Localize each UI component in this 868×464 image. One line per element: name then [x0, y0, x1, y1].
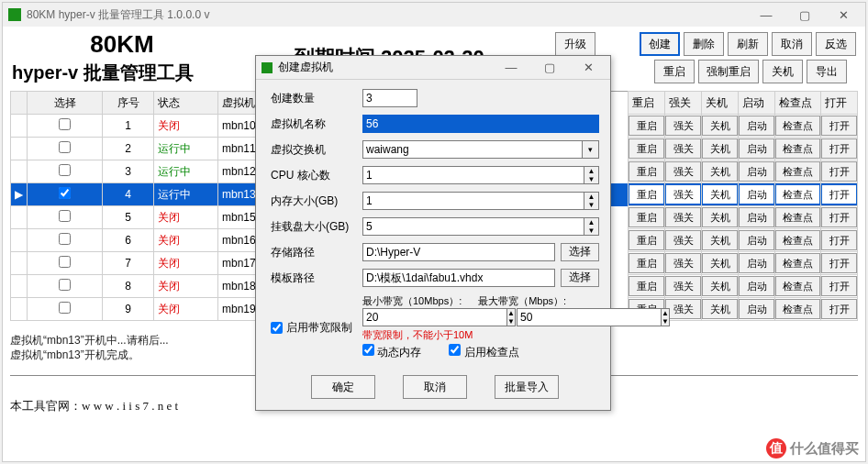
row-shutdown-button[interactable]: 关机 [702, 230, 738, 250]
disk-spinner[interactable]: ▲▼ [584, 217, 599, 236]
row-start-button[interactable]: 启动 [739, 230, 774, 250]
minimize-button[interactable]: — [750, 5, 783, 25]
row-open-button[interactable]: 打开 [821, 299, 857, 319]
dynmem-row[interactable]: 动态内存 [362, 344, 421, 360]
row-select-checkbox[interactable] [59, 187, 71, 199]
row-start-button[interactable]: 启动 [739, 299, 774, 319]
row-force-button[interactable]: 强关 [665, 230, 701, 250]
row-force-button[interactable]: 强关 [665, 207, 701, 227]
bw-min-spinner[interactable]: ▲▼ [507, 308, 516, 326]
row-checkpoint-button[interactable]: 检查点 [775, 253, 820, 273]
row-force-button[interactable]: 强关 [665, 138, 701, 159]
row-shutdown-button[interactable]: 关机 [702, 207, 738, 227]
cpu-spinner[interactable]: ▲▼ [584, 166, 599, 184]
bw-max-input[interactable] [517, 308, 662, 326]
row-restart-button[interactable]: 重启 [629, 230, 664, 250]
close-button[interactable]: ✕ [827, 5, 860, 25]
row-restart-button[interactable]: 重启 [629, 276, 664, 296]
row-select-checkbox[interactable] [59, 210, 71, 222]
dialog-ok-button[interactable]: 确定 [311, 375, 375, 399]
row-open-button[interactable]: 打开 [821, 184, 857, 204]
dialog-import-button[interactable]: 批量导入 [495, 375, 559, 399]
row-open-button[interactable]: 打开 [821, 207, 857, 227]
bw-min-input[interactable] [362, 308, 507, 326]
row-select-checkbox[interactable] [59, 302, 71, 314]
upgrade-button[interactable]: 升级 [555, 32, 595, 56]
cancel-button[interactable]: 取消 [772, 32, 812, 56]
count-input[interactable] [362, 89, 417, 107]
row-restart-button[interactable]: 重启 [629, 161, 664, 182]
row-shutdown-button[interactable]: 关机 [702, 276, 738, 296]
row-shutdown-button[interactable]: 关机 [702, 161, 738, 182]
row-force-button[interactable]: 强关 [665, 184, 701, 204]
row-select-checkbox[interactable] [59, 118, 71, 130]
chevron-down-icon[interactable]: ▾ [583, 140, 599, 159]
row-restart-button[interactable]: 重启 [629, 253, 664, 273]
store-browse-button[interactable]: 选择 [561, 243, 599, 261]
row-force-button[interactable]: 强关 [665, 161, 701, 182]
row-restart-button[interactable]: 重启 [629, 138, 664, 159]
template-path-input[interactable] [362, 269, 555, 287]
row-restart-button[interactable]: 重启 [629, 116, 664, 136]
row-select-checkbox[interactable] [59, 141, 71, 153]
row-restart-button[interactable]: 重启 [629, 184, 664, 204]
row-checkpoint-button[interactable]: 检查点 [775, 299, 820, 319]
dialog-maximize[interactable]: ▢ [533, 58, 566, 78]
row-open-button[interactable]: 打开 [821, 230, 857, 250]
row-select-checkbox[interactable] [59, 279, 71, 291]
row-shutdown-button[interactable]: 关机 [702, 138, 738, 159]
row-checkpoint-button[interactable]: 检查点 [775, 230, 820, 250]
row-shutdown-button[interactable]: 关机 [702, 253, 738, 273]
row-shutdown-button[interactable]: 关机 [702, 299, 738, 319]
col-index[interactable]: 序号 [103, 92, 154, 115]
row-checkpoint-button[interactable]: 检查点 [775, 161, 820, 182]
store-path-input[interactable] [362, 243, 555, 261]
row-force-button[interactable]: 强关 [665, 276, 701, 296]
refresh-button[interactable]: 刷新 [728, 32, 768, 56]
maximize-button[interactable]: ▢ [788, 5, 821, 25]
row-start-button[interactable]: 启动 [739, 253, 774, 273]
row-select-checkbox[interactable] [59, 233, 71, 245]
row-select-checkbox[interactable] [59, 256, 71, 268]
row-checkpoint-button[interactable]: 检查点 [775, 116, 820, 136]
create-button[interactable]: 创建 [640, 32, 680, 56]
force-restart-button[interactable]: 强制重启 [698, 60, 759, 83]
mem-spinner[interactable]: ▲▼ [584, 192, 599, 210]
row-open-button[interactable]: 打开 [821, 161, 857, 182]
row-select-checkbox[interactable] [59, 164, 71, 176]
row-open-button[interactable]: 打开 [821, 253, 857, 273]
row-start-button[interactable]: 启动 [739, 207, 774, 227]
export-button[interactable]: 导出 [807, 60, 847, 83]
row-force-button[interactable]: 强关 [665, 116, 701, 136]
row-checkpoint-button[interactable]: 检查点 [775, 184, 820, 204]
invert-select-button[interactable]: 反选 [816, 32, 856, 56]
col-state[interactable]: 状态 [154, 92, 218, 115]
delete-button[interactable]: 删除 [684, 32, 724, 56]
bw-enable-row[interactable]: 启用带宽限制 [271, 320, 355, 336]
disk-input[interactable] [362, 217, 584, 236]
mem-input[interactable] [362, 192, 584, 210]
dialog-cancel-button[interactable]: 取消 [403, 375, 467, 399]
row-restart-button[interactable]: 重启 [629, 207, 664, 227]
bw-enable-checkbox[interactable] [271, 322, 283, 334]
restart-button[interactable]: 重启 [654, 60, 695, 83]
row-force-button[interactable]: 强关 [665, 253, 701, 273]
row-force-button[interactable]: 强关 [665, 299, 701, 319]
row-checkpoint-button[interactable]: 检查点 [775, 138, 820, 159]
checkpoint-checkbox[interactable] [449, 344, 461, 356]
row-start-button[interactable]: 启动 [739, 138, 774, 159]
row-open-button[interactable]: 打开 [821, 138, 857, 159]
col-select[interactable]: 选择 [28, 92, 103, 115]
row-start-button[interactable]: 启动 [739, 276, 774, 296]
dynmem-checkbox[interactable] [362, 344, 374, 356]
checkpoint-row[interactable]: 启用检查点 [449, 344, 518, 360]
row-shutdown-button[interactable]: 关机 [702, 184, 738, 204]
shutdown-button[interactable]: 关机 [762, 60, 803, 83]
row-open-button[interactable]: 打开 [821, 276, 857, 296]
bw-max-spinner[interactable]: ▲▼ [662, 308, 670, 326]
row-start-button[interactable]: 启动 [739, 161, 774, 182]
row-start-button[interactable]: 启动 [739, 184, 774, 204]
switch-combo[interactable] [362, 140, 583, 159]
cpu-input[interactable] [362, 166, 584, 184]
template-browse-button[interactable]: 选择 [561, 269, 599, 287]
